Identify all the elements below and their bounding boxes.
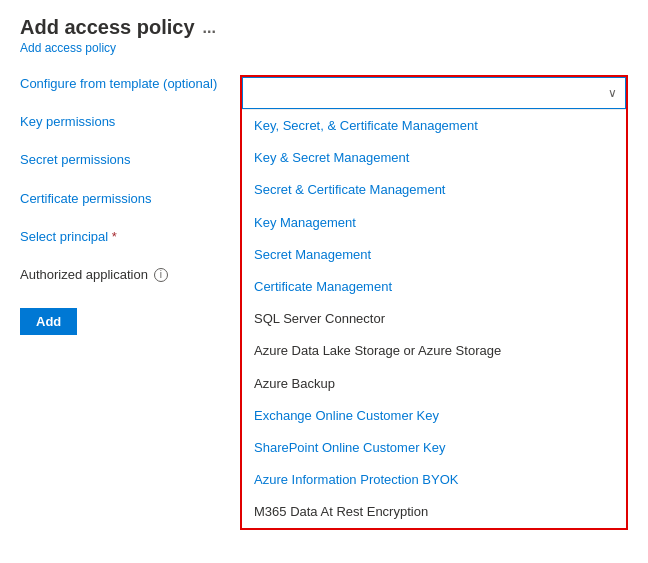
page-title-row: Add access policy ... [20,16,628,39]
list-item[interactable]: SharePoint Online Customer Key [242,432,626,464]
dropdown-input[interactable] [251,86,608,101]
certificate-permissions-label: Certificate permissions [20,190,220,208]
list-item[interactable]: Azure Backup [242,368,626,400]
dropdown-container: ∨ [242,77,626,110]
right-panel: ∨ Key, Secret, & Certificate ManagementK… [240,75,628,530]
list-item[interactable]: Azure Data Lake Storage or Azure Storage [242,335,626,367]
page-title: Add access policy [20,16,195,39]
breadcrumb[interactable]: Add access policy [20,41,628,55]
configure-template-label: Configure from template (optional) [20,75,220,93]
page-container: Add access policy ... Add access policy … [0,0,648,546]
list-item[interactable]: Key, Secret, & Certificate Management [242,110,626,142]
list-item[interactable]: M365 Data At Rest Encryption [242,496,626,528]
list-item[interactable]: Secret & Certificate Management [242,174,626,206]
key-permissions-label: Key permissions [20,113,220,131]
chevron-down-icon: ∨ [608,86,617,100]
select-principal-label: Select principal [20,228,220,246]
secret-permissions-label: Secret permissions [20,151,220,169]
list-item[interactable]: Key Management [242,207,626,239]
left-panel: Configure from template (optional) Key p… [20,75,220,530]
add-button[interactable]: Add [20,308,77,335]
content-area: Configure from template (optional) Key p… [20,75,628,530]
dropdown-list: Key, Secret, & Certificate ManagementKey… [242,110,626,528]
ellipsis-menu-icon[interactable]: ... [203,19,216,37]
list-item[interactable]: Key & Secret Management [242,142,626,174]
list-item[interactable]: SQL Server Connector [242,303,626,335]
configure-template-dropdown[interactable]: ∨ [242,77,626,109]
list-item[interactable]: Certificate Management [242,271,626,303]
list-item[interactable]: Secret Management [242,239,626,271]
list-item[interactable]: Azure Information Protection BYOK [242,464,626,496]
authorized-application-label: Authorized application i [20,266,220,284]
list-item[interactable]: Exchange Online Customer Key [242,400,626,432]
info-icon[interactable]: i [154,268,168,282]
